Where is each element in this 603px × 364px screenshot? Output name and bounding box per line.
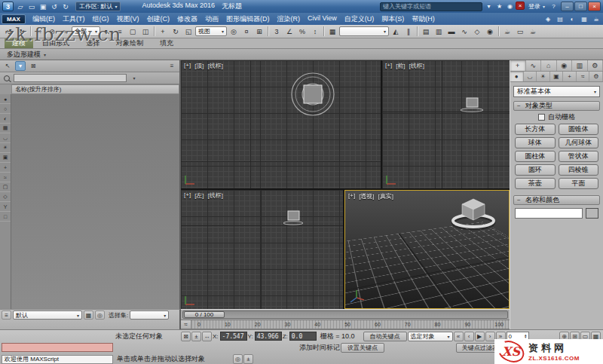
display-tab[interactable]: ▥ bbox=[572, 60, 588, 71]
transform-gizmo-icon[interactable]: ↔ bbox=[202, 332, 212, 341]
viewport-front[interactable]: [+] [前] [线框] bbox=[382, 60, 510, 188]
macro-recorder-field[interactable] bbox=[2, 343, 113, 352]
ribbon-tab-populate[interactable]: 填充 bbox=[152, 38, 181, 48]
display-invert-icon[interactable]: ◐ bbox=[0, 114, 11, 124]
explorer-lock-icon[interactable]: ⊠ bbox=[28, 61, 38, 71]
box-object[interactable] bbox=[467, 98, 478, 107]
display-geometry-icon[interactable]: ▦ bbox=[0, 124, 11, 133]
toggle-scene-explorer-icon[interactable]: ▤ bbox=[420, 26, 432, 37]
autogrid-checkbox[interactable] bbox=[538, 114, 545, 121]
select-and-scale-icon[interactable]: ◱ bbox=[182, 26, 194, 37]
menu-edit[interactable]: 编辑(E) bbox=[29, 14, 59, 24]
viewport-perspective-active[interactable]: [+] [透视] [真实] bbox=[344, 190, 510, 309]
viewport-general-menu[interactable]: [+] bbox=[385, 62, 392, 70]
plane-button[interactable]: 平面 bbox=[559, 178, 599, 189]
display-xrefs-icon[interactable]: ◇ bbox=[0, 192, 11, 202]
viewport-general-menu[interactable]: [+] bbox=[348, 192, 355, 200]
explorer-filter-dropdown-icon[interactable]: ▾ bbox=[129, 73, 139, 83]
box-object[interactable] bbox=[304, 85, 322, 103]
viewport-shading-menu[interactable]: [线框] bbox=[208, 62, 223, 70]
ribbon-tab-object-paint[interactable]: 对象绘制 bbox=[109, 38, 151, 48]
infocenter-search-input[interactable] bbox=[380, 2, 482, 11]
close-button[interactable]: × bbox=[588, 2, 601, 11]
window-crossing-icon[interactable]: ◫ bbox=[139, 26, 152, 37]
isolate-toggle-icon[interactable]: ◎ bbox=[233, 354, 243, 364]
menu-create[interactable]: 创建(C) bbox=[143, 14, 174, 24]
maximize-button[interactable]: □ bbox=[574, 2, 587, 11]
geosphere-button[interactable]: 几何球体 bbox=[559, 137, 599, 148]
viewport-top[interactable]: [+] [顶] [线框] bbox=[181, 60, 381, 188]
teapot-button[interactable]: 茶壶 bbox=[515, 178, 556, 189]
menubar-right-icon-5[interactable]: ☕ bbox=[591, 14, 601, 24]
isolate-selection-icon[interactable]: ◎ bbox=[95, 310, 105, 320]
sphere-button[interactable]: 球体 bbox=[515, 137, 556, 148]
reference-coordinate-dropdown[interactable]: 视图▾ bbox=[195, 26, 227, 36]
select-and-manipulate-icon[interactable]: ¤ bbox=[240, 26, 253, 37]
viewport-general-menu[interactable]: [+] bbox=[184, 191, 191, 200]
spinner-snap-icon[interactable]: ↕ bbox=[309, 26, 321, 37]
layer-icon[interactable]: ≡ bbox=[2, 310, 11, 320]
cameras-subtab[interactable]: ▣ bbox=[550, 72, 564, 81]
selection-set-dropdown[interactable]: ▾ bbox=[130, 310, 169, 320]
schematic-view-icon[interactable]: ◇ bbox=[471, 26, 483, 37]
selection-region-icon[interactable]: ▢ bbox=[127, 26, 139, 37]
bind-to-space-warp-icon[interactable]: ≈ bbox=[59, 26, 71, 37]
undo-icon[interactable]: ↺ bbox=[3, 26, 15, 37]
z-coordinate-input[interactable]: 0.0 bbox=[289, 332, 317, 341]
systems-subtab[interactable]: ⚙ bbox=[589, 72, 603, 81]
help-icon[interactable]: ? bbox=[549, 2, 559, 11]
selection-filter-dropdown-bottom[interactable]: 选定对象 ▾ bbox=[408, 332, 453, 341]
redo-icon[interactable]: ↻ bbox=[16, 26, 28, 37]
edit-named-selections-icon[interactable]: ▦ bbox=[326, 26, 338, 37]
space-warps-subtab[interactable]: ≈ bbox=[577, 72, 590, 81]
snaps-toggle-icon[interactable]: 3 bbox=[271, 26, 283, 37]
time-slider-handle[interactable]: 0 / 100 bbox=[184, 311, 225, 318]
y-coordinate-input[interactable]: 43.966 bbox=[255, 332, 282, 341]
utilities-tab[interactable]: ⚙ bbox=[588, 60, 603, 71]
spinner-icon[interactable]: ▴▾ bbox=[525, 334, 527, 339]
create-tab[interactable]: + bbox=[510, 60, 526, 71]
minimize-button[interactable]: – bbox=[561, 2, 574, 11]
menubar-right-icon-3[interactable]: ◐ bbox=[567, 14, 577, 24]
torus-object[interactable] bbox=[461, 109, 483, 112]
display-shapes-icon[interactable]: ◡ bbox=[0, 133, 11, 143]
align-icon[interactable]: ∥ bbox=[403, 26, 415, 37]
render-production-icon[interactable]: ☕ bbox=[527, 26, 539, 37]
edit-selection-sets-icon[interactable]: ▦ bbox=[84, 310, 93, 320]
application-menu-button[interactable]: MAX bbox=[2, 14, 26, 24]
save-file-icon[interactable]: ▣ bbox=[38, 2, 48, 11]
object-name-input[interactable] bbox=[515, 208, 583, 219]
primitive-category-dropdown[interactable]: 标准基本体 ▾ bbox=[513, 86, 600, 97]
menu-rendering[interactable]: 渲染(R) bbox=[274, 14, 305, 24]
viewport-shading-menu[interactable]: [线框] bbox=[409, 62, 424, 70]
add-time-tag-button[interactable]: 添加时间标记 bbox=[299, 343, 340, 353]
app-badge-red-icon[interactable]: × bbox=[516, 2, 525, 10]
display-groups-icon[interactable]: ▢ bbox=[0, 182, 11, 192]
object-type-rollout-header[interactable]: − 对象类型 bbox=[513, 101, 600, 111]
explorer-settings-icon[interactable]: ≡ bbox=[167, 61, 177, 71]
selection-filter-dropdown[interactable]: 全部▾ bbox=[72, 26, 100, 36]
viewport-pov-menu[interactable]: [顶] bbox=[194, 62, 204, 70]
display-cameras-icon[interactable]: ▣ bbox=[0, 153, 11, 163]
display-containers-icon[interactable]: □ bbox=[0, 212, 11, 222]
explorer-search-input[interactable] bbox=[14, 74, 127, 82]
go-to-start-button[interactable]: « bbox=[454, 332, 464, 341]
torus-button[interactable]: 圆环 bbox=[515, 164, 556, 176]
menu-help[interactable]: 帮助(H) bbox=[408, 14, 439, 24]
track-bar-ruler[interactable]: 0102030405060708090100 bbox=[191, 320, 510, 329]
lights-subtab[interactable]: ☀ bbox=[537, 72, 550, 81]
angle-snap-icon[interactable]: ∠ bbox=[283, 26, 295, 37]
pyramid-button[interactable]: 四棱锥 bbox=[559, 164, 599, 176]
explorer-name-column-header[interactable]: 名称(按升序排序) bbox=[11, 84, 179, 94]
layer-dropdown[interactable]: 默认 ▾ bbox=[13, 310, 82, 320]
select-and-move-icon[interactable]: + bbox=[157, 26, 169, 37]
viewport-pov-menu[interactable]: [前] bbox=[396, 62, 405, 70]
menu-views[interactable]: 视图(V) bbox=[113, 14, 143, 24]
percent-snap-icon[interactable]: % bbox=[296, 26, 308, 37]
communication-center-icon[interactable]: ◉ bbox=[505, 2, 515, 11]
app-logo-icon[interactable]: 3 bbox=[2, 2, 14, 11]
new-scene-icon[interactable]: ▱ bbox=[15, 2, 26, 11]
menu-graph-editors[interactable]: 图形编辑器(D) bbox=[222, 14, 274, 24]
maxscript-mini-listener[interactable]: 欢迎使用 MAXScript bbox=[2, 355, 113, 364]
menu-customize[interactable]: 自定义(U) bbox=[341, 14, 378, 24]
